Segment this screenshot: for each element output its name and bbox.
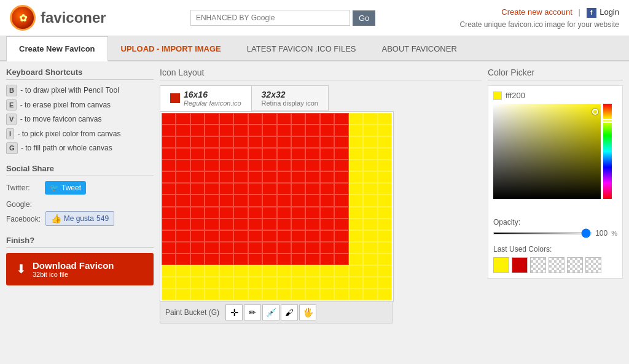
pixel[interactable] [248, 288, 262, 300]
pixel[interactable] [262, 277, 276, 288]
swatch-empty-4[interactable] [585, 257, 601, 273]
pixel[interactable] [349, 265, 363, 277]
pixel[interactable] [233, 265, 248, 277]
pixel[interactable] [378, 125, 392, 136]
pixel[interactable] [262, 136, 276, 148]
pixel[interactable] [248, 265, 262, 277]
pixel[interactable] [277, 230, 291, 242]
pixel[interactable] [205, 265, 219, 277]
pixel[interactable] [248, 277, 262, 288]
pixel[interactable] [205, 254, 219, 265]
pixel[interactable] [233, 183, 248, 195]
pixel[interactable] [277, 277, 291, 288]
pixel[interactable] [334, 265, 348, 277]
pixel[interactable] [320, 113, 334, 125]
pixel[interactable] [205, 219, 219, 230]
pixel[interactable] [291, 254, 305, 265]
pixel[interactable] [205, 277, 219, 288]
pixel[interactable] [277, 288, 291, 300]
pixel[interactable] [176, 160, 190, 171]
pixel[interactable] [320, 242, 334, 254]
pixel[interactable] [233, 207, 248, 219]
pixel[interactable] [305, 277, 319, 288]
pixel[interactable] [176, 136, 190, 148]
pixel[interactable] [277, 160, 291, 171]
pixel[interactable] [176, 207, 190, 219]
pixel[interactable] [219, 265, 233, 277]
pixel[interactable] [262, 113, 276, 125]
create-account-link[interactable]: Create new account [501, 7, 572, 17]
pixel[interactable] [334, 230, 348, 242]
pixel[interactable] [205, 230, 219, 242]
pixel[interactable] [233, 136, 248, 148]
pixel[interactable] [219, 195, 233, 206]
pixel[interactable] [176, 171, 190, 183]
pixel[interactable] [277, 254, 291, 265]
pixel[interactable] [162, 207, 176, 219]
pixel[interactable] [305, 265, 319, 277]
pixel[interactable] [291, 242, 305, 254]
pixel[interactable] [363, 242, 377, 254]
pixel[interactable] [334, 219, 348, 230]
pixel[interactable] [219, 288, 233, 300]
size-tab-32[interactable]: 32x32 Retina display icon [251, 85, 329, 111]
pixel[interactable] [320, 207, 334, 219]
pixel[interactable] [378, 265, 392, 277]
pixel[interactable] [305, 242, 319, 254]
pixel[interactable] [219, 183, 233, 195]
pixel[interactable] [305, 171, 319, 183]
pixel[interactable] [291, 207, 305, 219]
pixel[interactable] [190, 242, 205, 254]
pixel[interactable] [378, 171, 392, 183]
pixel[interactable] [248, 125, 262, 136]
pixel[interactable] [320, 254, 334, 265]
pixel[interactable] [248, 148, 262, 160]
pixel[interactable] [320, 230, 334, 242]
pixel[interactable] [378, 136, 392, 148]
pixel[interactable] [233, 277, 248, 288]
tab-latest[interactable]: LATEST FAVICON .ICO FILES [234, 36, 369, 61]
pixel[interactable] [334, 148, 348, 160]
pixel[interactable] [320, 288, 334, 300]
pixel[interactable] [349, 277, 363, 288]
pixel[interactable] [363, 160, 377, 171]
pixel[interactable] [378, 254, 392, 265]
color-spectrum[interactable] [603, 104, 612, 199]
pixel[interactable] [291, 136, 305, 148]
pixel[interactable] [363, 183, 377, 195]
pixel[interactable] [277, 219, 291, 230]
pixel[interactable] [277, 125, 291, 136]
pixel[interactable] [378, 277, 392, 288]
pixel[interactable] [248, 113, 262, 125]
pixel[interactable] [277, 242, 291, 254]
pixel[interactable] [190, 219, 205, 230]
pixel[interactable] [320, 219, 334, 230]
pixel[interactable] [176, 125, 190, 136]
pixel[interactable] [233, 171, 248, 183]
pixel[interactable] [378, 288, 392, 300]
pixel[interactable] [334, 160, 348, 171]
pixel[interactable] [205, 195, 219, 206]
pixel[interactable] [262, 195, 276, 206]
pixel[interactable] [291, 160, 305, 171]
pixel[interactable] [233, 195, 248, 206]
pixel[interactable] [205, 207, 219, 219]
pixel[interactable] [233, 219, 248, 230]
pixel[interactable] [291, 148, 305, 160]
pixel[interactable] [176, 230, 190, 242]
pixel[interactable] [219, 171, 233, 183]
pixel[interactable] [162, 265, 176, 277]
pixel[interactable] [320, 125, 334, 136]
pixel[interactable] [262, 254, 276, 265]
pixel[interactable] [205, 160, 219, 171]
pixel[interactable] [349, 125, 363, 136]
pixel[interactable] [334, 207, 348, 219]
opacity-slider[interactable] [493, 232, 592, 234]
pixel[interactable] [262, 219, 276, 230]
pixel[interactable] [349, 148, 363, 160]
pixel[interactable] [320, 136, 334, 148]
pixel[interactable] [219, 254, 233, 265]
pixel[interactable] [219, 230, 233, 242]
pixel[interactable] [190, 288, 205, 300]
pixel[interactable] [233, 125, 248, 136]
